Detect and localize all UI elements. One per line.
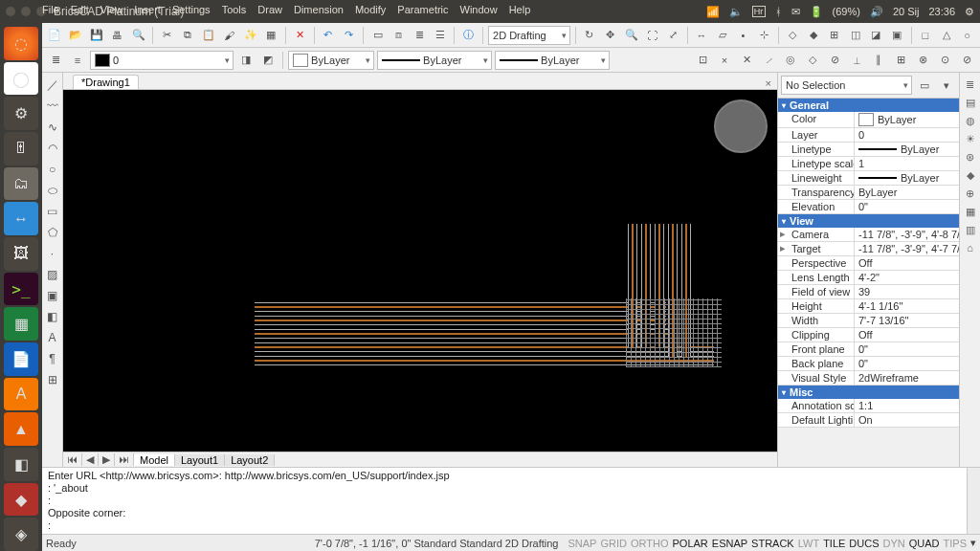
snap-mid-icon[interactable]: × <box>715 51 734 70</box>
tool-layers-icon[interactable]: ≣ <box>966 78 974 91</box>
layout-tab-model[interactable]: Model <box>134 454 175 466</box>
snap-per-icon[interactable]: ⟂ <box>847 51 866 70</box>
pline-tool[interactable]: 〰 <box>44 98 61 115</box>
launcher-settings[interactable]: ⚙ <box>4 97 38 130</box>
rect-tool[interactable]: ▭ <box>44 203 61 220</box>
filter-button[interactable]: ▾ <box>937 76 956 95</box>
prop-row[interactable]: ▸Target-11 7/8", -3'-9", 4'-7 7/8" <box>778 242 959 256</box>
prop-row[interactable]: LineweightByLayer <box>778 171 959 186</box>
prop-row[interactable]: Width7'-7 13/16" <box>778 314 959 328</box>
tool1-button[interactable]: ▦ <box>262 26 280 45</box>
tool-constraints-icon[interactable]: ⊛ <box>966 151 974 164</box>
snap-ext-icon[interactable]: ⟋ <box>759 51 778 70</box>
menu-tools[interactable]: Tools <box>222 4 247 15</box>
toggle-esnap[interactable]: ESNAP <box>712 538 747 549</box>
menu-insert[interactable]: Insert <box>134 4 161 15</box>
prop-row[interactable]: Lens Length4'-2" <box>778 271 959 285</box>
undo-button[interactable]: ↶ <box>320 26 338 45</box>
workspace-combo[interactable]: 2D Drafting <box>488 26 570 45</box>
prop-row[interactable]: PerspectiveOff <box>778 256 959 271</box>
viewiso-button[interactable]: ◪ <box>867 26 885 45</box>
open-button[interactable]: 📂 <box>67 26 85 45</box>
tool-render-icon[interactable]: ☀ <box>966 133 975 145</box>
mail-icon[interactable]: ✉ <box>791 6 800 18</box>
prop-row[interactable]: ▸Camera-11 7/8", -3'-9", 4'-8 7/8" <box>778 228 959 242</box>
print-button[interactable]: 🖶 <box>108 26 126 45</box>
qnew-button[interactable]: 📄 <box>46 26 64 45</box>
menu-dimension[interactable]: Dimension <box>294 4 344 15</box>
tool-bim-icon[interactable]: ⌂ <box>967 242 973 253</box>
delete-button[interactable]: ✕ <box>291 26 309 45</box>
launcher-app2[interactable]: ◈ <box>4 518 38 551</box>
layer-button[interactable]: ≣ <box>411 26 429 45</box>
snapend-button[interactable]: □ <box>917 26 935 45</box>
view3d-button[interactable]: ◫ <box>846 26 864 45</box>
copy-button[interactable]: ⧉ <box>179 26 197 45</box>
dist-button[interactable]: ↔ <box>693 26 711 45</box>
ucs-button[interactable]: ⊞ <box>825 26 843 45</box>
point-tool[interactable]: · <box>44 245 61 262</box>
snap-none-icon[interactable]: ⊘ <box>957 51 976 70</box>
selall-button[interactable]: ▭ <box>368 26 387 45</box>
tool-materials-icon[interactable]: ◆ <box>967 169 974 182</box>
id-button[interactable]: ⊹ <box>755 26 773 45</box>
layout-tab-1[interactable]: Layout1 <box>175 454 225 466</box>
sound-icon[interactable]: 🔊 <box>870 6 883 18</box>
matchprop-button[interactable]: 🖌 <box>220 26 238 45</box>
snap-par-icon[interactable]: ∥ <box>869 51 888 70</box>
prop-row[interactable]: TransparencyByLayer <box>778 186 959 200</box>
snapmid-button[interactable]: △ <box>937 26 955 45</box>
toggle-snap[interactable]: SNAP <box>568 538 597 549</box>
prop-row[interactable]: ColorByLayer <box>778 112 959 128</box>
prop-row[interactable]: ClippingOff <box>778 328 959 342</box>
snap-ins-icon[interactable]: ⊞ <box>891 51 910 70</box>
snap-qua-icon[interactable]: ◇ <box>803 51 822 70</box>
point-button[interactable]: • <box>734 26 752 45</box>
launcher-calc[interactable]: ▦ <box>4 307 38 341</box>
launcher-bricscad[interactable]: ◆ <box>4 483 38 517</box>
cut-button[interactable]: ✂ <box>158 26 176 45</box>
prop-row[interactable]: LinetypeByLayer <box>778 143 959 157</box>
zoomext-button[interactable]: ⤢ <box>664 26 682 45</box>
battery-icon[interactable]: 🔋 <box>810 6 823 18</box>
keyboard-indicator[interactable]: Hr <box>752 6 766 17</box>
view-compass[interactable] <box>714 99 768 153</box>
tool-struct-icon[interactable]: ▥ <box>966 224 975 236</box>
tab-close-icon[interactable]: × <box>760 77 777 89</box>
launcher-screenshot[interactable]: 🖼 <box>4 237 38 271</box>
menu-settings[interactable]: Settings <box>172 4 211 15</box>
help-button[interactable]: ⓘ <box>459 26 478 45</box>
launcher-impress[interactable]: A <box>4 378 38 411</box>
prop-row[interactable]: Annotation sca1:1 <box>778 399 959 413</box>
wifi-icon[interactable]: 📶 <box>706 6 720 18</box>
drawing-canvas[interactable] <box>63 90 777 452</box>
snap-cen-icon[interactable]: ◎ <box>781 51 800 70</box>
save-button[interactable]: 💾 <box>88 26 106 45</box>
toggle-polar[interactable]: POLAR <box>673 538 708 549</box>
toggle-tips[interactable]: TIPS <box>944 538 967 549</box>
menu-draw[interactable]: Draw <box>257 4 282 15</box>
osnap1-button[interactable]: ◇ <box>784 26 802 45</box>
launcher-terminal[interactable]: >_ <box>4 273 38 306</box>
layer-combo[interactable]: 0 <box>90 51 234 70</box>
launcher-files[interactable]: 🗂 <box>4 167 38 201</box>
prop-row[interactable]: Layer0 <box>778 128 959 143</box>
layout-tab-2[interactable]: Layout2 <box>225 454 275 466</box>
redo-button[interactable]: ↷ <box>340 26 358 45</box>
xref-button[interactable]: ⧈ <box>390 26 408 45</box>
toggle-dyn[interactable]: DYN <box>883 538 905 549</box>
menu-file[interactable]: File <box>42 4 59 15</box>
layerstate-button[interactable]: ≡ <box>68 51 87 70</box>
launcher-teamviewer[interactable]: ↔ <box>4 202 38 235</box>
linetype-combo[interactable]: ByLayer <box>377 51 492 70</box>
menu-edit[interactable]: Edit <box>71 4 89 15</box>
layeriso-button[interactable]: ◨ <box>236 51 256 70</box>
launcher-vlc[interactable]: ▲ <box>4 412 38 446</box>
launcher-dash[interactable]: ◌ <box>4 27 38 60</box>
menu-view[interactable]: View <box>100 4 123 15</box>
spline-tool[interactable]: ∿ <box>44 119 61 136</box>
select-button[interactable]: ▭ <box>915 76 934 95</box>
tool-solid-icon[interactable]: ◍ <box>966 115 975 127</box>
toggle-strack[interactable]: STRACK <box>751 538 794 549</box>
toggle-tile[interactable]: TILE <box>823 538 845 549</box>
